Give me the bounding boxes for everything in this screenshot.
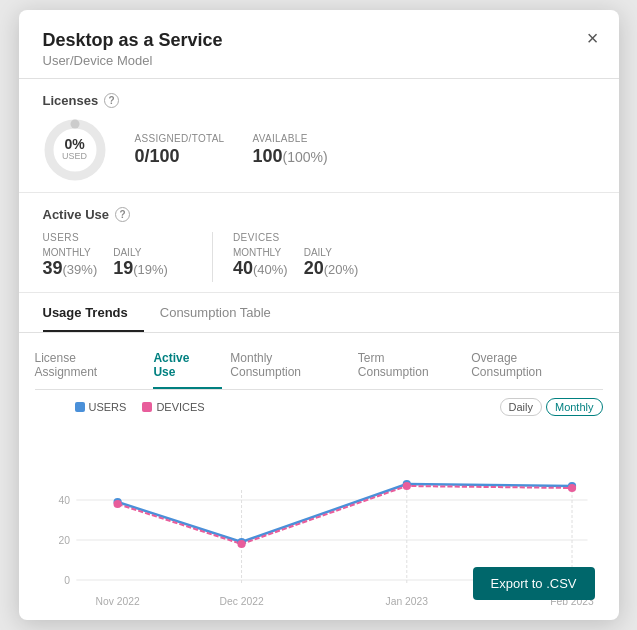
users-stats: MONTHLY 39(39%) DAILY 19(19%) [43, 247, 168, 279]
licenses-section-title: Licenses ? [43, 93, 595, 108]
chart-tab-license-assignment[interactable]: License Assignment [35, 343, 146, 389]
assigned-stat: ASSIGNED/TOTAL 0/100 [135, 133, 225, 167]
svg-text:Jan 2023: Jan 2023 [385, 596, 428, 607]
chart-view-buttons: Daily Monthly [500, 398, 603, 416]
devices-daily-label: DAILY [304, 247, 359, 258]
close-button[interactable]: × [587, 28, 599, 48]
devices-group: DEVICES MONTHLY 40(40%) DAILY 20(20%) [233, 232, 358, 279]
available-label: AVAILABLE [252, 133, 327, 144]
legend-users-dot [75, 402, 85, 412]
modal-subtitle: User/Device Model [43, 53, 595, 68]
active-use-title: Active Use ? [43, 207, 595, 222]
tab-consumption-table[interactable]: Consumption Table [160, 293, 287, 332]
devices-monthly: MONTHLY 40(40%) [233, 247, 288, 279]
donut-pct: 0% [62, 137, 87, 152]
devices-monthly-value: 40(40%) [233, 258, 288, 279]
users-daily-label: DAILY [113, 247, 168, 258]
available-value: 100(100%) [252, 146, 327, 167]
users-daily-value: 19(19%) [113, 258, 168, 279]
legend-devices-dot [142, 402, 152, 412]
modal-title: Desktop as a Service [43, 30, 595, 51]
svg-text:Nov 2022: Nov 2022 [95, 596, 140, 607]
devices-stats: MONTHLY 40(40%) DAILY 20(20%) [233, 247, 358, 279]
view-daily-button[interactable]: Daily [500, 398, 542, 416]
active-use-section: Active Use ? USERS MONTHLY 39(39%) DAILY [19, 193, 619, 293]
legend-users: USERS [75, 401, 127, 413]
available-stat: AVAILABLE 100(100%) [252, 133, 327, 167]
tab-usage-trends[interactable]: Usage Trends [43, 293, 144, 332]
donut-center: 0% USED [62, 137, 87, 162]
users-monthly-value: 39(39%) [43, 258, 98, 279]
devices-daily-value: 20(20%) [304, 258, 359, 279]
users-group: USERS MONTHLY 39(39%) DAILY 19(19%) [43, 232, 168, 279]
users-group-title: USERS [43, 232, 168, 243]
chart-tab-term-consumption[interactable]: Term Consumption [358, 343, 463, 389]
svg-text:20: 20 [58, 535, 70, 546]
outer-tabs: Usage Trends Consumption Table [19, 293, 619, 333]
chart-tab-monthly-consumption[interactable]: Monthly Consumption [230, 343, 350, 389]
chart-inner-tabs: License Assignment Active Use Monthly Co… [35, 343, 603, 390]
chart-tab-overage-consumption[interactable]: Overage Consumption [471, 343, 594, 389]
svg-point-18 [567, 484, 575, 492]
modal-header: Desktop as a Service User/Device Model × [19, 10, 619, 79]
assigned-label: ASSIGNED/TOTAL [135, 133, 225, 144]
legend-devices-label: DEVICES [156, 401, 204, 413]
users-monthly: MONTHLY 39(39%) [43, 247, 98, 279]
donut-label: USED [62, 153, 87, 163]
view-monthly-button[interactable]: Monthly [546, 398, 603, 416]
active-use-help-icon[interactable]: ? [115, 207, 130, 222]
export-csv-button[interactable]: Export to .CSV [473, 567, 595, 600]
users-monthly-label: MONTHLY [43, 247, 98, 258]
svg-text:0: 0 [64, 575, 70, 586]
devices-monthly-label: MONTHLY [233, 247, 288, 258]
legend-devices: DEVICES [142, 401, 204, 413]
assigned-value: 0/100 [135, 146, 225, 167]
devices-group-title: DEVICES [233, 232, 358, 243]
chart-legend: USERS DEVICES Daily Monthly [75, 398, 603, 416]
active-use-row: USERS MONTHLY 39(39%) DAILY 19(19%) [43, 232, 595, 282]
vertical-divider [212, 232, 213, 282]
svg-point-17 [402, 482, 410, 490]
svg-point-16 [237, 540, 245, 548]
licenses-row: 0% USED ASSIGNED/TOTAL 0/100 AVAILABLE 1… [43, 118, 595, 182]
licenses-section: Licenses ? 0% USED ASSIGNED/TOTAL 0/100 … [19, 79, 619, 193]
svg-text:40: 40 [58, 495, 70, 506]
devices-daily: DAILY 20(20%) [304, 247, 359, 279]
chart-tab-active-use[interactable]: Active Use [153, 343, 222, 389]
svg-point-15 [113, 500, 121, 508]
donut-chart: 0% USED [43, 118, 107, 182]
legend-users-label: USERS [89, 401, 127, 413]
modal: Desktop as a Service User/Device Model ×… [19, 10, 619, 620]
users-daily: DAILY 19(19%) [113, 247, 168, 279]
licenses-help-icon[interactable]: ? [104, 93, 119, 108]
svg-text:Dec 2022: Dec 2022 [219, 596, 264, 607]
